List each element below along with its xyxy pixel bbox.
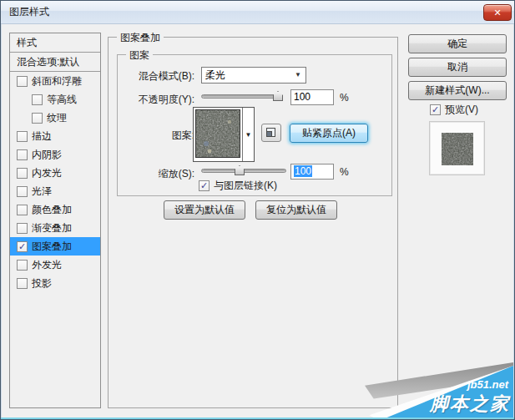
style-item-texture[interactable]: 纹理 [10, 109, 100, 127]
checkbox[interactable] [17, 131, 28, 142]
pattern-label: 图案: [119, 129, 194, 143]
scale-input[interactable]: 100 [290, 164, 334, 180]
preview-swatch [442, 133, 473, 165]
scale-slider-thumb[interactable] [235, 165, 245, 175]
preview-panel [429, 121, 485, 175]
watermark-site-text: jb51.net [467, 378, 508, 391]
scale-label: 缩放(S): [119, 167, 194, 181]
preview-texture [442, 133, 473, 165]
panel-title: 图案叠加 [117, 31, 164, 45]
checkbox[interactable] [17, 205, 28, 215]
style-item-inner-glow[interactable]: 内发光 [10, 164, 100, 182]
checkbox[interactable] [17, 260, 28, 271]
checkbox[interactable] [17, 149, 28, 160]
layer-style-dialog: 图层样式 ✕ 样式 混合选项:默认 斜面和浮雕 等高线 纹理 描边 内阴影 内发… [0, 0, 515, 420]
titlebar[interactable]: 图层样式 ✕ [1, 1, 514, 24]
opacity-slider-track[interactable] [201, 94, 283, 99]
style-item-pattern-overlay[interactable]: ✓图案叠加 [10, 237, 100, 256]
set-default-button[interactable]: 设置为默认值 [164, 200, 245, 220]
new-pattern-button[interactable] [261, 124, 281, 142]
style-item-stroke[interactable]: 描边 [10, 127, 100, 145]
checkbox[interactable]: ✓ [17, 241, 28, 252]
checkbox[interactable] [17, 223, 28, 234]
chevron-down-icon: ▼ [295, 68, 301, 83]
style-item-drop-shadow[interactable]: 投影 [10, 274, 100, 292]
link-with-layer-checkbox[interactable]: ✓ 与图层链接(K) [199, 179, 277, 193]
cancel-button[interactable]: 取消 [408, 58, 507, 77]
styles-list: 样式 混合选项:默认 斜面和浮雕 等高线 纹理 描边 内阴影 内发光 光泽 颜色… [9, 33, 101, 408]
watermark-name-text: 脚本之家 [430, 392, 510, 417]
style-item-contour[interactable]: 等高线 [10, 90, 100, 109]
snap-to-origin-button[interactable]: 贴紧原点(A) [290, 124, 368, 143]
granite-texture [196, 110, 240, 158]
opacity-slider-thumb[interactable] [273, 91, 283, 101]
watermark: jb51.net 脚本之家 [365, 362, 513, 417]
close-icon[interactable]: ✕ [483, 4, 512, 21]
opacity-label: 不透明度(Y): [119, 93, 194, 107]
opacity-slider[interactable] [201, 91, 283, 101]
pattern-thumbnail[interactable] [195, 109, 240, 158]
scale-slider[interactable] [201, 165, 286, 175]
styles-header: 样式 [10, 33, 100, 53]
checkbox[interactable]: ✓ [199, 180, 210, 191]
checkbox[interactable] [17, 76, 28, 87]
style-item-outer-glow[interactable]: 外发光 [10, 256, 100, 274]
checkbox[interactable] [32, 113, 43, 124]
checkbox[interactable] [17, 278, 28, 289]
style-item-color-overlay[interactable]: 颜色叠加 [10, 200, 100, 219]
style-item-inner-shadow[interactable]: 内阴影 [10, 145, 100, 164]
checkbox[interactable] [17, 168, 28, 179]
checkbox[interactable] [17, 186, 28, 197]
opacity-input[interactable]: 100 [290, 89, 334, 105]
style-item-gradient-overlay[interactable]: 渐变叠加 [10, 219, 100, 237]
pattern-dropdown-arrow[interactable]: ▼ [242, 108, 254, 161]
checkbox[interactable] [32, 94, 43, 105]
opacity-unit: % [340, 92, 349, 104]
new-pattern-icon [266, 128, 275, 137]
blend-mode-label: 混合模式(B): [119, 69, 194, 83]
new-style-button[interactable]: 新建样式(W)... [408, 81, 507, 100]
ok-button[interactable]: 确定 [408, 34, 507, 53]
style-item-satin[interactable]: 光泽 [10, 182, 100, 200]
selected-text: 100 [294, 165, 312, 177]
scale-unit: % [340, 166, 349, 178]
style-item-bevel-emboss[interactable]: 斜面和浮雕 [10, 72, 100, 90]
checkbox[interactable]: ✓ [430, 104, 441, 115]
blend-mode-select[interactable]: 柔光 ▼ [201, 67, 306, 83]
dialog-title: 图层样式 [9, 1, 49, 23]
blending-options-item[interactable]: 混合选项:默认 [10, 53, 100, 72]
preview-checkbox[interactable]: ✓ 预览(V) [430, 103, 478, 117]
pattern-overlay-panel: 图案叠加 图案 混合模式(B): 柔光 ▼ 不透明度(Y): 100 % 图案: [108, 37, 398, 408]
reset-default-button[interactable]: 复位为默认值 [255, 200, 337, 220]
pattern-picker[interactable]: ▼ [193, 107, 255, 162]
pattern-settings-group: 图案 混合模式(B): 柔光 ▼ 不透明度(Y): 100 % 图案: [117, 54, 392, 196]
pattern-group-title: 图案 [126, 48, 153, 63]
